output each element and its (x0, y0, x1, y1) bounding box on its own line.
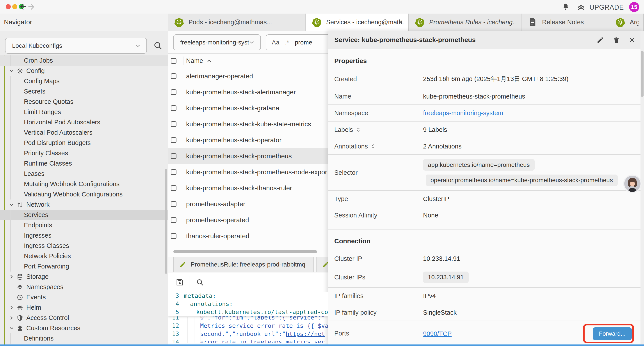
back-arrow-icon[interactable] (18, 3, 27, 11)
sidebar-item-resource-quotas[interactable]: Resource Quotas (0, 97, 168, 107)
service-row-kube-prometheus-stack-operator[interactable]: kube-prometheus-stack-operator (168, 132, 328, 148)
k8s-icon (312, 17, 321, 27)
close-window-button[interactable] (6, 4, 11, 9)
minimize-window-button[interactable] (12, 4, 17, 9)
sidebar-item-port-forwarding[interactable]: Port Forwarding (0, 261, 168, 272)
sort-ascending-icon[interactable] (206, 58, 212, 64)
sidebar-item-ingress-classes[interactable]: Ingress Classes (0, 241, 168, 251)
edit-pencil-icon[interactable] (597, 36, 604, 43)
namespace-link[interactable]: freeleaps-monitoring-system (423, 109, 503, 116)
yaml-editor[interactable]: 3metadata:4annotations:5kubectl.kubernet… (168, 292, 328, 343)
service-row-kube-prometheus-stack-prometheus-node-ex[interactable]: kube-prometheus-stack-prometheus-node-ex… (168, 164, 328, 180)
tab-release-notes[interactable]: Release Notes (522, 13, 609, 31)
sidebar-item-custom-resources[interactable]: Custom Resources (0, 323, 168, 333)
sidebar-item-events[interactable]: Events (0, 292, 168, 303)
sidebar-item-label: Horizontal Pod Autoscalers (24, 119, 100, 126)
sidebar-item-storage[interactable]: Storage (0, 272, 168, 282)
service-row-thanos-ruler-operated[interactable]: thanos-ruler-operated (168, 228, 328, 244)
tab-pods-icecheng-mathmas[interactable]: Pods - icecheng@mathmas... (168, 13, 306, 31)
kubeconfig-selector[interactable]: Local Kubeconfigs (5, 38, 147, 54)
sidebar-item-secrets[interactable]: Secrets (0, 86, 168, 97)
service-row-kube-prometheus-stack-kube-state-metrics[interactable]: kube-prometheus-stack-kube-state-metrics (168, 116, 328, 132)
upgrade-button[interactable]: UPGRADE (576, 3, 624, 12)
row-checkbox[interactable] (171, 169, 176, 175)
line-content: metadata: (184, 292, 328, 300)
sidebar-item-config-maps[interactable]: Config Maps (0, 76, 168, 86)
sidebar-item-validating-webhook-configurations[interactable]: Validating Webhook Configurations (0, 189, 168, 200)
sidebar-item-access-control[interactable]: Access Control (0, 313, 168, 323)
editor-tab-prometheusrule[interactable]: PrometheusRule: freeleaps-prod-rabbitmq (174, 257, 314, 272)
navigator-title: Navigator (4, 18, 32, 26)
service-row-kube-prometheus-stack-alertmanager[interactable]: kube-prometheus-stack-alertmanager (168, 84, 328, 100)
row-checkbox[interactable] (171, 153, 176, 159)
app-window: UPGRADE 15 Navigator Pods - icecheng@mat… (0, 0, 644, 346)
sidebar-item-config[interactable]: Config (0, 66, 168, 76)
row-checkbox[interactable] (171, 73, 176, 79)
row-checkbox[interactable] (171, 137, 176, 143)
sidebar-item-network-policies[interactable]: Network Policies (0, 251, 168, 261)
sidebar-item-definitions[interactable]: Definitions (0, 333, 168, 344)
sidebar-item-label: Network (26, 201, 50, 208)
forward-arrow-icon[interactable] (28, 3, 36, 11)
row-checkbox[interactable] (171, 217, 176, 223)
tab-services-icecheng-math[interactable]: Services - icecheng@math...✕ (306, 13, 408, 31)
row-checkbox[interactable] (171, 185, 176, 191)
list-search-input[interactable]: Aa .* prome (266, 34, 328, 50)
service-row-alertmanager-operated[interactable]: alertmanager-operated (168, 68, 328, 84)
regex-toggle[interactable]: .* (285, 39, 289, 46)
sidebar-item-horizontal-pod-autoscalers[interactable]: Horizontal Pod Autoscalers (0, 117, 168, 127)
service-name: prometheus-operated (186, 216, 249, 224)
service-row-kube-prometheus-stack-grafana[interactable]: kube-prometheus-stack-grafana (168, 100, 328, 116)
sidebar-item-leases[interactable]: Leases (0, 169, 168, 179)
delete-trash-icon[interactable] (613, 36, 620, 43)
row-checkbox[interactable] (171, 105, 176, 111)
notification-count-badge[interactable]: 15 (629, 2, 639, 12)
match-case-toggle[interactable]: Aa (272, 39, 279, 46)
sidebar-item-label: Definitions (24, 335, 54, 342)
details-scrollbar-thumb[interactable] (641, 51, 644, 97)
service-row-kube-prometheus-stack-prometheus[interactable]: kube-prometheus-stack-prometheus (168, 148, 328, 164)
sidebar-item-cron-jobs[interactable]: Cron Jobs (0, 55, 168, 66)
service-row-prometheus-operated[interactable]: prometheus-operated (168, 212, 328, 228)
sidebar-search-icon[interactable] (154, 41, 162, 50)
editor-tab-hidden[interactable] (316, 257, 328, 272)
row-checkbox[interactable] (171, 121, 176, 127)
save-icon[interactable] (176, 278, 184, 287)
detail-value: app.kubernetes.io/name=prometheusoperato… (423, 159, 632, 186)
sidebar-item-vertical-pod-autoscalers[interactable]: Vertical Pod Autoscalers (0, 127, 168, 138)
service-row-kube-prometheus-stack-thanos-ruler[interactable]: kube-prometheus-stack-thanos-ruler (168, 180, 328, 196)
sidebar-item-namespaces[interactable]: Namespaces (0, 282, 168, 292)
namespace-filter-selector[interactable]: freeleaps-monitoring-system (173, 34, 261, 50)
sidebar-item-runtime-classes[interactable]: Runtime Classes (0, 158, 168, 169)
detail-row-labels: Labels9 Labels (328, 122, 644, 138)
select-all-checkbox[interactable] (171, 58, 176, 64)
horizontal-scrollbar-thumb[interactable] (174, 250, 317, 253)
detail-row-selector: Selectorapp.kubernetes.io/name=prometheu… (328, 155, 644, 191)
close-tab-icon[interactable]: ✕ (398, 19, 403, 26)
sidebar-scrollbar-thumb[interactable] (165, 169, 167, 274)
sidebar-item-priority-classes[interactable]: Priority Classes (0, 148, 168, 158)
editor-search-icon[interactable] (196, 279, 204, 286)
row-checkbox[interactable] (171, 201, 176, 207)
assistant-avatar[interactable] (623, 174, 642, 193)
sidebar-item-helm[interactable]: Helm (0, 303, 168, 313)
service-row-prometheus-adapter[interactable]: prometheus-adapter (168, 196, 328, 212)
upgrade-label: UPGRADE (590, 3, 624, 11)
sidebar-item-mutating-webhook-configurations[interactable]: Mutating Webhook Configurations (0, 179, 168, 189)
sidebar-item-pod-disruption-budgets[interactable]: Pod Disruption Budgets (0, 138, 168, 148)
close-icon[interactable]: ✕ (629, 36, 636, 44)
notifications-bell-icon[interactable] (562, 3, 570, 11)
k8s-icon (616, 17, 625, 27)
forward-button[interactable]: Forward... (593, 327, 632, 340)
sidebar-item-limit-ranges[interactable]: Limit Ranges (0, 107, 168, 117)
sidebar-item-network[interactable]: Network (0, 200, 168, 210)
tab-prometheus-rules-icecheng[interactable]: Prometheus Rules - icecheng... (408, 13, 522, 31)
name-column-header[interactable]: Name (186, 57, 203, 64)
tab-argo-se[interactable]: Argo Se (609, 13, 644, 31)
row-checkbox[interactable] (171, 233, 176, 239)
port-link[interactable]: 9090/TCP (423, 330, 452, 338)
sidebar-item-ingresses[interactable]: Ingresses (0, 230, 168, 241)
sidebar-item-services[interactable]: Services (0, 210, 168, 220)
sidebar-item-endpoints[interactable]: Endpoints (0, 220, 168, 230)
row-checkbox[interactable] (171, 89, 176, 95)
